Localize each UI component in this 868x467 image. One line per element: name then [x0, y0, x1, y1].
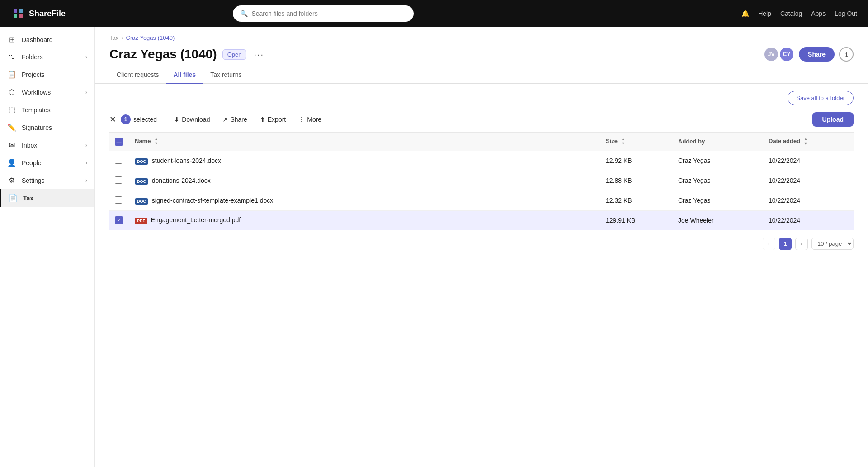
file-name[interactable]: Engagement_Letter-merged.pdf — [151, 216, 241, 224]
select-all-header[interactable]: — — [109, 133, 129, 151]
row3-checkbox[interactable] — [115, 196, 122, 204]
page-1-button[interactable]: 1 — [779, 238, 792, 250]
share-action-button[interactable]: ↗ Share — [216, 113, 253, 126]
sidebar-item-projects[interactable]: 📋 Projects — [0, 66, 94, 83]
chevron-right-icon: › — [85, 177, 87, 184]
page-header: Craz Yegas (1040) Open ··· JV CY Share ℹ — [95, 41, 868, 62]
tab-all-files[interactable]: All files — [166, 67, 203, 84]
header-right: JV CY Share ℹ — [764, 47, 854, 62]
share-action-label: Share — [230, 116, 247, 123]
sidebar-label-projects: Projects — [22, 71, 45, 78]
sidebar-label-settings: Settings — [22, 177, 45, 184]
file-name[interactable]: signed-contract-sf-template-example1.doc… — [152, 197, 273, 204]
row1-checkbox-cell[interactable] — [109, 151, 129, 171]
export-label: Export — [268, 116, 286, 123]
sidebar: ⊞ Dashboard 🗂 Folders › 📋 Projects ⬡ Wor… — [0, 27, 95, 467]
page-title: Craz Yegas (1040) — [109, 47, 217, 62]
sidebar-item-tax[interactable]: 📄 Tax — [0, 189, 94, 207]
nav-apps[interactable]: Apps — [811, 10, 826, 17]
download-button[interactable]: ⬇ Download — [168, 113, 216, 126]
col-added-by: Added by — [673, 133, 763, 151]
table-row: ✓ PDF Engagement_Letter-merged.pdf 129.9… — [109, 210, 854, 230]
avatar-jv: JV — [764, 47, 779, 62]
folders-icon: 🗂 — [7, 53, 16, 61]
sidebar-label-workflows: Workflows — [22, 89, 51, 96]
sidebar-item-people[interactable]: 👤 People › — [0, 154, 94, 172]
table-body: DOC student-loans-2024.docx 12.92 KB Cra… — [109, 151, 854, 230]
nav-logout[interactable]: Log Out — [835, 10, 857, 17]
sidebar-item-signatures[interactable]: ✏️ Signatures — [0, 119, 94, 136]
breadcrumb-separator: › — [121, 34, 123, 41]
settings-icon: ⚙ — [7, 176, 16, 185]
upload-button[interactable]: Upload — [812, 112, 854, 127]
tab-tax-returns[interactable]: Tax returns — [203, 67, 249, 84]
more-dots-icon: ⋮ — [298, 116, 305, 123]
row1-date-cell: 10/22/2024 — [763, 151, 854, 171]
chevron-right-icon: › — [85, 54, 87, 60]
save-all-to-folder-button[interactable]: Save all to a folder — [788, 91, 854, 105]
row4-date-cell: 10/22/2024 — [763, 210, 854, 230]
sidebar-item-templates[interactable]: ⬚ Templates — [0, 101, 94, 119]
more-button[interactable]: ⋮ More — [292, 113, 328, 126]
file-name[interactable]: student-loans-2024.docx — [152, 157, 221, 164]
app-name: ShareFile — [29, 9, 66, 19]
sidebar-item-folders[interactable]: 🗂 Folders › — [0, 48, 94, 66]
tab-client-requests[interactable]: Client requests — [109, 67, 166, 84]
selected-label: selected — [133, 116, 157, 123]
indeterminate-checkbox[interactable]: — — [115, 138, 123, 146]
workflows-icon: ⬡ — [7, 88, 16, 96]
sidebar-item-workflows[interactable]: ⬡ Workflows › — [0, 83, 94, 101]
next-page-button[interactable]: › — [795, 238, 808, 250]
row2-addedby-cell: Craz Yegas — [673, 171, 763, 191]
row2-checkbox-cell[interactable] — [109, 171, 129, 191]
col-size[interactable]: Size ▲▼ — [600, 133, 673, 151]
row3-size-cell: 12.32 KB — [600, 191, 673, 210]
file-name[interactable]: donations-2024.docx — [152, 177, 211, 184]
download-icon: ⬇ — [174, 116, 179, 123]
col-date-added[interactable]: Date added ▲▼ — [763, 133, 854, 151]
signatures-icon: ✏️ — [7, 123, 16, 132]
per-page-select[interactable]: 10 / page 25 / page 50 / page — [811, 238, 854, 250]
download-label: Download — [182, 116, 210, 123]
row4-checkbox-cell[interactable]: ✓ — [109, 210, 129, 230]
chevron-right-icon: › — [85, 89, 87, 95]
sidebar-label-tax: Tax — [23, 195, 33, 202]
sidebar-label-inbox: Inbox — [22, 142, 37, 149]
more-options-button[interactable]: ··· — [254, 49, 264, 60]
logo[interactable]: ShareFile — [11, 6, 66, 21]
sort-arrows-date: ▲▼ — [804, 137, 808, 146]
row2-checkbox[interactable] — [115, 176, 122, 184]
deselect-button[interactable]: ✕ — [109, 114, 116, 124]
row2-name-cell: DOC donations-2024.docx — [129, 171, 600, 191]
info-button[interactable]: ℹ — [839, 47, 854, 62]
breadcrumb-parent[interactable]: Tax — [109, 34, 118, 41]
sort-arrows-name: ▲▼ — [154, 137, 158, 146]
doc-icon: DOC — [135, 198, 148, 205]
nav-catalog[interactable]: Catalog — [780, 10, 802, 17]
export-button[interactable]: ⬆ Export — [254, 113, 292, 126]
sidebar-item-inbox[interactable]: ✉ Inbox › — [0, 136, 94, 154]
more-label: More — [307, 116, 321, 123]
search-bar[interactable]: 🔍 — [233, 5, 414, 22]
table-row: DOC student-loans-2024.docx 12.92 KB Cra… — [109, 151, 854, 171]
search-input[interactable] — [251, 10, 406, 17]
col-name[interactable]: Name ▲▼ — [129, 133, 600, 151]
prev-page-button[interactable]: ‹ — [763, 238, 775, 250]
nav-help[interactable]: Help — [758, 10, 771, 17]
share-button[interactable]: Share — [799, 47, 835, 62]
sidebar-item-settings[interactable]: ⚙ Settings › — [0, 172, 94, 189]
row1-checkbox[interactable] — [115, 157, 122, 164]
row4-checkbox-checked[interactable]: ✓ — [115, 216, 123, 224]
export-icon: ⬆ — [260, 116, 265, 123]
avatar-cy: CY — [779, 47, 794, 62]
row2-date-cell: 10/22/2024 — [763, 171, 854, 191]
sidebar-label-folders: Folders — [22, 53, 43, 61]
row3-checkbox-cell[interactable] — [109, 191, 129, 210]
inbox-icon: ✉ — [7, 141, 16, 149]
topnav-right: 🔔 Help Catalog Apps Log Out — [741, 10, 857, 17]
notifications-icon[interactable]: 🔔 — [741, 10, 749, 17]
sidebar-label-people: People — [22, 159, 42, 167]
share-icon: ↗ — [222, 116, 228, 123]
templates-icon: ⬚ — [7, 105, 16, 114]
sidebar-item-dashboard[interactable]: ⊞ Dashboard — [0, 31, 94, 48]
